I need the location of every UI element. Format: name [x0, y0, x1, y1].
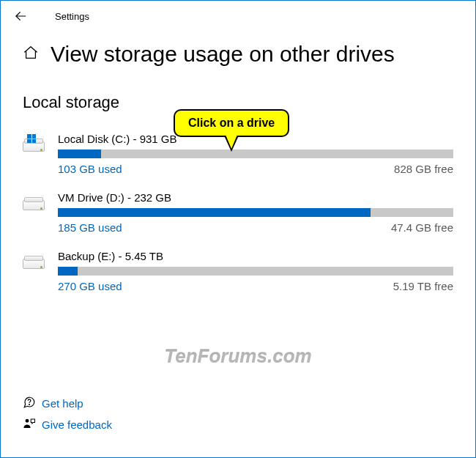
used-label: 270 GB used [58, 280, 122, 292]
get-help-label: Get help [42, 397, 83, 410]
free-label: 828 GB free [394, 163, 453, 175]
usage-bar [58, 267, 453, 276]
page-header: View storage usage on other drives [1, 29, 475, 74]
give-feedback-link[interactable]: Give feedback [23, 417, 112, 432]
get-help-link[interactable]: Get help [23, 396, 112, 411]
drive-list: Local Disk (C:) - 931 GB 103 GB used 828… [1, 127, 475, 303]
svg-point-1 [29, 405, 30, 405]
drive-item[interactable]: VM Drive (D:) - 232 GB 185 GB used 47.4 … [23, 185, 453, 244]
drive-icon [23, 191, 48, 212]
drive-icon [23, 250, 48, 270]
back-button[interactable] [14, 10, 34, 23]
drive-icon [23, 133, 48, 153]
drive-title: VM Drive (D:) - 232 GB [58, 191, 453, 204]
usage-bar-fill [58, 267, 78, 276]
title-bar: Settings [1, 1, 475, 29]
page-title: View storage usage on other drives [51, 42, 395, 67]
annotation-callout: Click on a drive [174, 109, 289, 137]
svg-point-2 [26, 419, 29, 423]
free-label: 47.4 GB free [391, 221, 453, 234]
usage-bar [58, 208, 453, 217]
usage-bar-fill [58, 149, 101, 158]
used-label: 103 GB used [58, 163, 122, 175]
free-label: 5.19 TB free [393, 280, 453, 292]
home-icon[interactable] [23, 45, 39, 64]
feedback-icon [23, 417, 42, 432]
footer-links: Get help Give feedback [23, 390, 112, 438]
drive-title: Backup (E:) - 5.45 TB [58, 250, 453, 262]
usage-bar-fill [58, 208, 371, 217]
usage-bar [58, 149, 453, 158]
help-icon [23, 396, 42, 411]
used-label: 185 GB used [58, 221, 122, 234]
app-title: Settings [55, 11, 89, 22]
watermark: TenForums.com [164, 345, 311, 368]
give-feedback-label: Give feedback [42, 418, 112, 431]
drive-item[interactable]: Backup (E:) - 5.45 TB 270 GB used 5.19 T… [23, 244, 453, 303]
